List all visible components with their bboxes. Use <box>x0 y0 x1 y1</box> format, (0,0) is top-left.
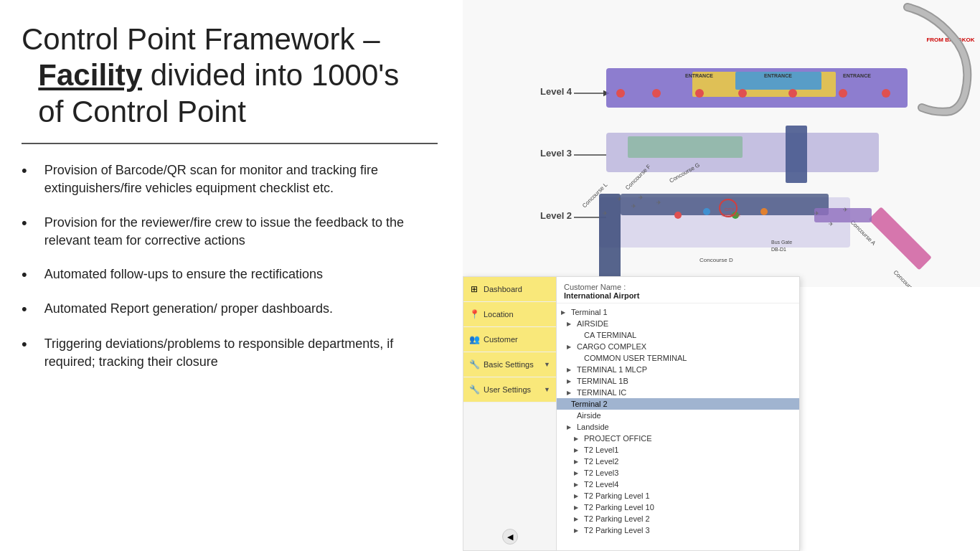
bullet-item-3: Automated follow-ups to ensure the recti… <box>22 265 434 284</box>
svg-text:DB-D1: DB-D1 <box>771 247 786 252</box>
tree-node-terminal1[interactable]: ▶Terminal 1 <box>557 306 799 318</box>
tree-node-cargo-complex[interactable]: ▶CARGO COMPLEX <box>557 341 799 352</box>
tree-arrow-terminal1-mlcp: ▶ <box>567 367 574 373</box>
tree-node-t2-parking-level10[interactable]: ▶T2 Parking Level 10 <box>557 501 799 513</box>
svg-point-37 <box>703 208 710 215</box>
title-divider <box>22 143 438 144</box>
sidebar-item-user-settings[interactable]: 🔧 User Settings ▼ <box>463 377 556 402</box>
svg-text:Concourse D: Concourse D <box>699 257 733 263</box>
collapse-button[interactable]: ◀ <box>502 529 518 545</box>
svg-text:Level 3: Level 3 <box>540 148 572 159</box>
collapse-icon: ◀ <box>507 532 513 542</box>
tree-arrow-terminal1b: ▶ <box>567 378 574 385</box>
tree-node-ca-terminal[interactable]: CA TERMINAL <box>557 329 799 341</box>
customer-icon: 👥 <box>469 334 479 344</box>
svg-text:TRANSFER: TRANSFER <box>721 213 740 217</box>
tree-label-terminal1c: TERMINAL IC <box>577 388 626 397</box>
svg-rect-14 <box>786 126 807 183</box>
svg-text:Level 2: Level 2 <box>540 210 572 221</box>
svg-text:✈: ✈ <box>617 196 622 202</box>
bullet-list: Provision of Barcode/QR scan for monitor… <box>22 161 434 371</box>
title-bold: Facility <box>38 58 142 92</box>
sidebar-item-customer[interactable]: 👥 Customer <box>463 327 556 352</box>
tree-label-t2-parking-level2: T2 Parking Level 2 <box>584 514 650 523</box>
tree-node-t2-level3[interactable]: ▶T2 Level3 <box>557 467 799 479</box>
tree-label-terminal1-mlcp: TERMINAL 1 MLCP <box>577 365 647 374</box>
svg-point-32 <box>738 89 747 98</box>
ui-overlay: ⊞ Dashboard 📍 Location 👥 Customer 🔧 Basi… <box>463 276 800 551</box>
tree-node-t2-level1[interactable]: ▶T2 Level1 <box>557 444 799 456</box>
tree-node-terminal2[interactable]: Terminal 2 <box>557 398 799 410</box>
tree-node-airside2[interactable]: Airside <box>557 410 799 421</box>
tree-arrow-cargo-complex: ▶ <box>567 344 574 350</box>
tree-node-t2-parking-level2[interactable]: ▶T2 Parking Level 2 <box>557 513 799 524</box>
svg-rect-13 <box>628 136 743 158</box>
sidebar-item-dashboard[interactable]: ⊞ Dashboard <box>463 277 556 302</box>
tree-node-t2-level4[interactable]: ▶T2 Level4 <box>557 479 799 490</box>
tree-arrow-t2-level3: ▶ <box>574 470 581 476</box>
tree-arrow-airside: ▶ <box>567 321 574 327</box>
user-settings-arrow: ▼ <box>544 386 550 393</box>
tree-node-terminal1c[interactable]: ▶TERMINAL IC <box>557 387 799 398</box>
basic-settings-arrow: ▼ <box>544 361 550 368</box>
svg-point-33 <box>788 89 797 98</box>
svg-text:✈: ✈ <box>603 210 608 217</box>
tree-arrow-landside: ▶ <box>567 424 574 430</box>
tree-label-terminal1b: TERMINAL 1B <box>577 377 628 385</box>
tree-header: Customer Name : International Airport <box>557 277 799 303</box>
tree-arrow-t2-parking-level2: ▶ <box>574 516 581 522</box>
user-settings-icon: 🔧 <box>469 385 479 395</box>
tree-label-terminal2: Terminal 2 <box>571 400 608 408</box>
tree-node-t2-parking-level1[interactable]: ▶T2 Parking Level 1 <box>557 490 799 501</box>
svg-text:✈: ✈ <box>656 199 661 206</box>
svg-text:CITY: CITY <box>725 207 735 212</box>
svg-point-29 <box>616 89 625 98</box>
svg-text:✈: ✈ <box>814 210 819 217</box>
left-panel: Control Point Framework – Facility divid… <box>0 0 463 551</box>
tree-label-t2-parking-level3: T2 Parking Level 3 <box>584 526 650 534</box>
airport-map: FROM BANGKOK Level 4 ENTRANCE ENTRANCE E… <box>463 0 980 287</box>
svg-text:✈: ✈ <box>639 194 644 201</box>
svg-text:✈: ✈ <box>843 207 848 213</box>
tree-arrow-project-office: ▶ <box>574 435 581 442</box>
tree-label-terminal1: Terminal 1 <box>571 308 608 316</box>
tree-node-terminal1-mlcp[interactable]: ▶TERMINAL 1 MLCP <box>557 364 799 375</box>
tree-label-common-user-terminal: COMMON USER TERMINAL <box>584 354 687 362</box>
svg-text:Bus Gate: Bus Gate <box>771 240 792 245</box>
sidebar-item-basic-settings[interactable]: 🔧 Basic Settings ▼ <box>463 352 556 377</box>
tree-node-t2-parking-level3[interactable]: ▶T2 Parking Level 3 <box>557 524 799 536</box>
tree-node-t2-level2[interactable]: ▶T2 Level2 <box>557 456 799 467</box>
dashboard-icon: ⊞ <box>469 284 479 294</box>
tree-label-project-office: PROJECT OFFICE <box>584 434 652 443</box>
bullet-item-1: Provision of Barcode/QR scan for monitor… <box>22 161 434 197</box>
tree-arrow-terminal1: ▶ <box>561 309 568 316</box>
tree-label-t2-level1: T2 Level1 <box>584 446 618 454</box>
tree-node-common-user-terminal[interactable]: COMMON USER TERMINAL <box>557 352 799 364</box>
tree-panel: Customer Name : International Airport ▶T… <box>557 277 799 550</box>
right-panel: FROM BANGKOK Level 4 ENTRANCE ENTRANCE E… <box>463 0 980 551</box>
tree-arrow-t2-parking-level3: ▶ <box>574 527 581 534</box>
tree-node-project-office[interactable]: ▶PROJECT OFFICE <box>557 433 799 444</box>
tree-label-landside: Landside <box>577 423 609 431</box>
bullet-item-2: Provision for the reviewer/fire crew to … <box>22 214 434 250</box>
svg-rect-25 <box>599 194 621 280</box>
tree-label-airside: AIRSIDE <box>577 319 608 328</box>
bullet-item-4: Automated Report generation/ proper dash… <box>22 300 434 319</box>
tree-arrow-t2-parking-level10: ▶ <box>574 504 581 511</box>
svg-text:✈: ✈ <box>829 221 834 227</box>
tree-label-t2-level4: T2 Level4 <box>584 480 618 489</box>
tree-label-ca-terminal: CA TERMINAL <box>584 331 636 339</box>
svg-text:ENTRANCE: ENTRANCE <box>843 73 871 78</box>
tree-label-cargo-complex: CARGO COMPLEX <box>577 342 646 351</box>
tree-node-airside[interactable]: ▶AIRSIDE <box>557 318 799 329</box>
page-title: Control Point Framework – Facility divid… <box>22 22 434 130</box>
sidebar-item-location[interactable]: 📍 Location <box>463 302 556 327</box>
tree-node-terminal1b[interactable]: ▶TERMINAL 1B <box>557 375 799 387</box>
tree-node-landside[interactable]: ▶Landside <box>557 421 799 433</box>
svg-point-36 <box>674 212 682 219</box>
tree-label-t2-level3: T2 Level3 <box>584 468 618 477</box>
tree-body[interactable]: ▶Terminal 1▶AIRSIDECA TERMINAL▶CARGO COM… <box>557 303 799 550</box>
tree-label-t2-parking-level1: T2 Parking Level 1 <box>584 491 650 500</box>
svg-point-35 <box>882 89 890 98</box>
tree-label-airside2: Airside <box>577 411 601 420</box>
